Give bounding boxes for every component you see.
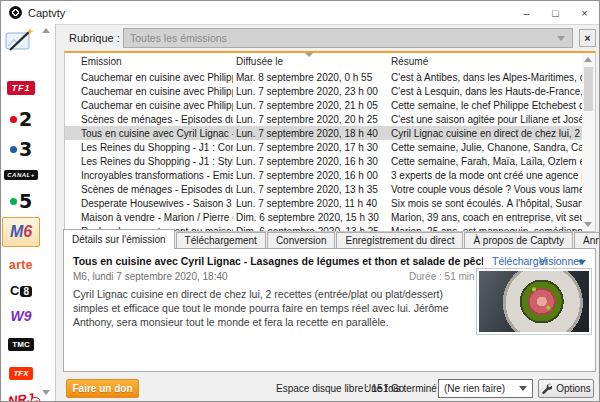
channel-sidebar: TF1 2 3 CANAL+ 5 M6 arte C8 W9 TMC	[1, 24, 56, 401]
options-button[interactable]: Options	[538, 379, 594, 398]
magic-wand-icon	[4, 28, 36, 54]
rubrique-label: Rubrique :	[69, 32, 120, 44]
chevron-down-icon	[557, 36, 565, 41]
channel-nrj12[interactable]: NRJ12	[1, 392, 41, 402]
when-done-select[interactable]: (Ne rien faire)	[438, 379, 533, 398]
close-button[interactable]: ×	[570, 1, 599, 24]
wrench-icon	[541, 383, 552, 394]
canalplus-logo: CANAL+	[4, 170, 38, 180]
table-cell: Scènes de ménages - Episodes du 07 s...	[65, 114, 233, 125]
channel-m6-selected[interactable]: M6	[2, 217, 40, 247]
table-cell: 3 experts de la mode ont créé une agence…	[385, 170, 595, 181]
captvty-window: Captvty – □ × TF1 2 3	[0, 0, 600, 402]
table-cell: C'est à Lesquin, dans les Hauts-de-Franc…	[385, 86, 595, 97]
table-cell: Lun. 7 septembre 2020, 20 h 25	[233, 114, 385, 125]
table-cell: Dim. 6 septembre 2020, 15 h 30	[233, 212, 385, 223]
when-done-label: Une fois terminé :	[364, 383, 442, 394]
watch-dropdown-icon[interactable]	[578, 260, 586, 265]
table-row[interactable]: Cauchemar en cuisine avec Philippe Et...…	[65, 98, 595, 112]
maximize-button[interactable]: □	[541, 1, 570, 24]
channel-france2[interactable]: 2	[1, 108, 41, 130]
table-row[interactable]: Scènes de ménages - Episodes du 07 s...L…	[65, 112, 595, 126]
table-cell: Cyril Lignac cuisine en direct de chez l…	[385, 128, 595, 139]
table-cell: Incroyables transformations - Emissio...	[65, 170, 233, 181]
table-cell: Cette semaine, le chef Philippe Etchebes…	[385, 100, 595, 111]
table-cell: Cette semaine, Julie, Chanone, Sandra, C…	[385, 142, 595, 153]
table-cell: Les Reines du Shopping - J1 : Stylée en.…	[65, 156, 233, 167]
channel-wizard-button[interactable]	[4, 28, 36, 54]
title-bar: Captvty – □ ×	[1, 1, 599, 25]
tab-t-l-chargement[interactable]: Téléchargement	[176, 232, 266, 249]
table-cell: Lun. 7 septembre 2020, 11 h 40	[233, 198, 385, 209]
details-panel: Tous en cuisine avec Cyril Lignac - Lasa…	[63, 248, 596, 372]
c8-logo: C8	[10, 281, 32, 299]
minimize-button[interactable]: –	[512, 1, 541, 24]
table-cell: Lun. 7 septembre 2020, 17 h 30	[233, 142, 385, 153]
table-cell: Desperate Housewives - Saison 3 Episo...	[65, 198, 233, 209]
channel-w9[interactable]: W9	[1, 308, 41, 324]
table-row[interactable]: Scènes de ménages - Episodes du 07 s...L…	[65, 182, 595, 196]
tf1-logo: TF1	[7, 81, 34, 95]
channel-canalplus[interactable]: CANAL+	[1, 170, 41, 180]
column-header-resume[interactable]: Résumé	[385, 56, 595, 67]
table-row[interactable]: Cauchemar en cuisine avec Philippe Et...…	[65, 84, 595, 98]
table-cell: Scènes de ménages - Episodes du 07 s...	[65, 184, 233, 195]
scrollbar-thumb[interactable]	[584, 67, 593, 111]
table-cell: C'est une saison agitée pour Liliane et …	[385, 114, 595, 125]
sidebar-scroll-up-icon[interactable]	[42, 28, 50, 33]
channel-tmc[interactable]: TMC	[1, 338, 41, 351]
scroll-up-icon[interactable]	[584, 57, 592, 62]
scroll-down-icon[interactable]	[584, 222, 592, 227]
chevron-down-icon	[519, 386, 527, 391]
table-cell: Lun. 7 septembre 2020, 18 h 40	[233, 128, 385, 139]
table-cell: Cauchemar en cuisine avec Philippe Et...	[65, 86, 233, 97]
table-header: Émission Diffusée le Résumé	[65, 53, 595, 70]
tab-conversion[interactable]: Conversion	[267, 232, 336, 249]
table-cell: Tous en cuisine avec Cyril Lignac - Las.…	[65, 128, 233, 139]
rubrique-clear-button[interactable]: ×	[579, 29, 596, 47]
emission-title: Tous en cuisine avec Cyril Lignac - Lasa…	[73, 255, 483, 267]
table-cell: Lun. 7 septembre 2020, 16 h 00	[233, 170, 385, 181]
table-cell: Marion, 39 ans, coach en entreprise, vit…	[385, 212, 595, 223]
donate-button[interactable]: Faire un don	[66, 379, 139, 398]
table-cell: Six mois se sont écoulés. À l'hôpital, S…	[385, 198, 595, 209]
table-row[interactable]: Maison à vendre - Marion / Pierre et C..…	[65, 210, 595, 224]
sidebar-scroll-down-icon[interactable]	[42, 390, 50, 395]
table-cell: Cauchemar en cuisine avec Philippe Et...	[65, 100, 233, 111]
table-row[interactable]: Incroyables transformations - Emissio...…	[65, 168, 595, 182]
channel-france5[interactable]: 5	[1, 190, 41, 212]
channel-c8[interactable]: C8	[1, 281, 41, 299]
tab-enregistrement-du-direct[interactable]: Enregistrement du direct	[336, 232, 463, 249]
table-row[interactable]: Tous en cuisine avec Cyril Lignac - Las.…	[65, 126, 595, 140]
channel-tfx[interactable]: TFX	[1, 367, 41, 380]
m6-logo: M6	[10, 223, 32, 241]
tmc-logo: TMC	[8, 338, 33, 351]
emissions-table: Émission Diffusée le Résumé Cauchemar en…	[64, 51, 596, 232]
column-header-diffusee[interactable]: Diffusée le	[233, 56, 385, 67]
channel-france3[interactable]: 3	[1, 138, 41, 160]
table-row[interactable]: Desperate Housewives - Saison 3 Episo...…	[65, 196, 595, 210]
table-cell: Votre couple vous désole ? Vous vous lam…	[385, 184, 595, 195]
tab-d-tails-sur-l-mission[interactable]: Détails sur l'émission	[63, 229, 175, 249]
tab-annonces[interactable]: Annonces	[574, 232, 600, 249]
table-cell: Les Reines du Shopping - J1 : Compos...	[65, 142, 233, 153]
bottom-tabs: Détails sur l'émissionTéléchargementConv…	[63, 230, 593, 249]
table-row[interactable]: Les Reines du Shopping - J1 : Stylée en.…	[65, 154, 595, 168]
france2-logo: 2	[19, 108, 32, 130]
table-row[interactable]: Les Reines du Shopping - J1 : Compos...L…	[65, 140, 595, 154]
captvty-logo-icon	[9, 6, 22, 19]
emission-thumbnail	[476, 268, 592, 335]
channel-tf1[interactable]: TF1	[1, 81, 41, 95]
table-scrollbar[interactable]	[582, 53, 595, 231]
table-row[interactable]: Cauchemar en cuisine avec Philippe Et...…	[65, 70, 595, 84]
window-title: Captvty	[28, 7, 65, 19]
channel-arte[interactable]: arte	[1, 258, 41, 272]
column-header-emission[interactable]: Émission	[65, 56, 233, 67]
rubrique-combobox[interactable]: Toutes les émissions	[123, 28, 573, 48]
tab--propos-de-captvty[interactable]: À propos de Captvty	[464, 232, 573, 249]
w9-logo: W9	[11, 308, 32, 324]
emission-duration: Durée : 51 min	[409, 271, 475, 282]
emission-description: Cyril Lignac cuisine en direct de chez l…	[73, 287, 471, 329]
watch-link[interactable]: Visionner	[539, 255, 583, 267]
table-cell: Cauchemar en cuisine avec Philippe Et...	[65, 72, 233, 83]
